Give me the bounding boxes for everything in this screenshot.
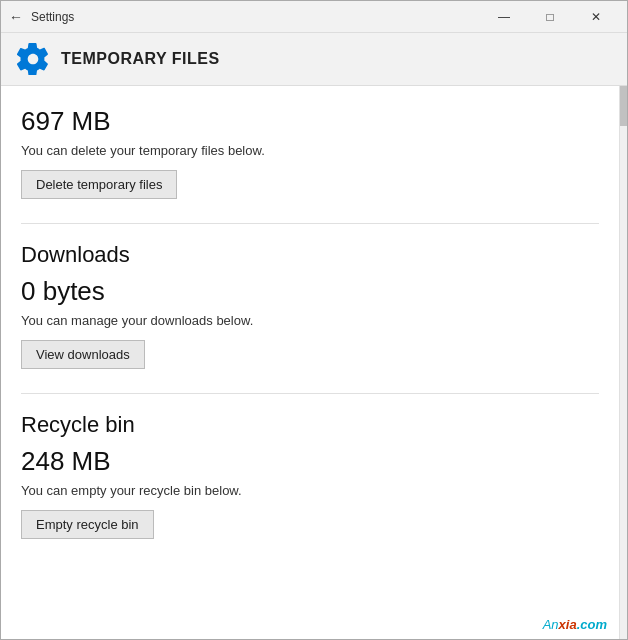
divider-2 [21, 393, 599, 394]
title-bar: ← Settings — □ ✕ [1, 1, 627, 33]
recycle-bin-heading: Recycle bin [21, 412, 599, 438]
recycle-bin-section: Recycle bin 248 MB You can empty your re… [21, 412, 599, 539]
downloads-desc: You can manage your downloads below. [21, 313, 599, 328]
close-button[interactable]: ✕ [573, 1, 619, 33]
scrollbar-thumb[interactable] [620, 86, 627, 126]
minimize-button[interactable]: — [481, 1, 527, 33]
maximize-button[interactable]: □ [527, 1, 573, 33]
temp-files-size: 697 MB [21, 106, 599, 137]
gear-icon [17, 43, 49, 75]
watermark: Anxia.com [543, 617, 607, 632]
page-title: TEMPORARY FILES [61, 50, 220, 68]
delete-temp-files-button[interactable]: Delete temporary files [21, 170, 177, 199]
window-controls: — □ ✕ [481, 1, 619, 33]
view-downloads-button[interactable]: View downloads [21, 340, 145, 369]
downloads-size: 0 bytes [21, 276, 599, 307]
settings-header: TEMPORARY FILES [1, 33, 627, 86]
title-bar-title: Settings [31, 10, 481, 24]
temp-files-desc: You can delete your temporary files belo… [21, 143, 599, 158]
downloads-section: Downloads 0 bytes You can manage your do… [21, 242, 599, 369]
downloads-heading: Downloads [21, 242, 599, 268]
content-area: 697 MB You can delete your temporary fil… [1, 86, 627, 640]
scroll-area[interactable]: 697 MB You can delete your temporary fil… [1, 86, 619, 640]
recycle-bin-desc: You can empty your recycle bin below. [21, 483, 599, 498]
divider-1 [21, 223, 599, 224]
empty-recycle-bin-button[interactable]: Empty recycle bin [21, 510, 154, 539]
temp-files-section: 697 MB You can delete your temporary fil… [21, 106, 599, 199]
scrollbar-track[interactable] [619, 86, 627, 640]
recycle-bin-size: 248 MB [21, 446, 599, 477]
back-button[interactable]: ← [9, 9, 23, 25]
